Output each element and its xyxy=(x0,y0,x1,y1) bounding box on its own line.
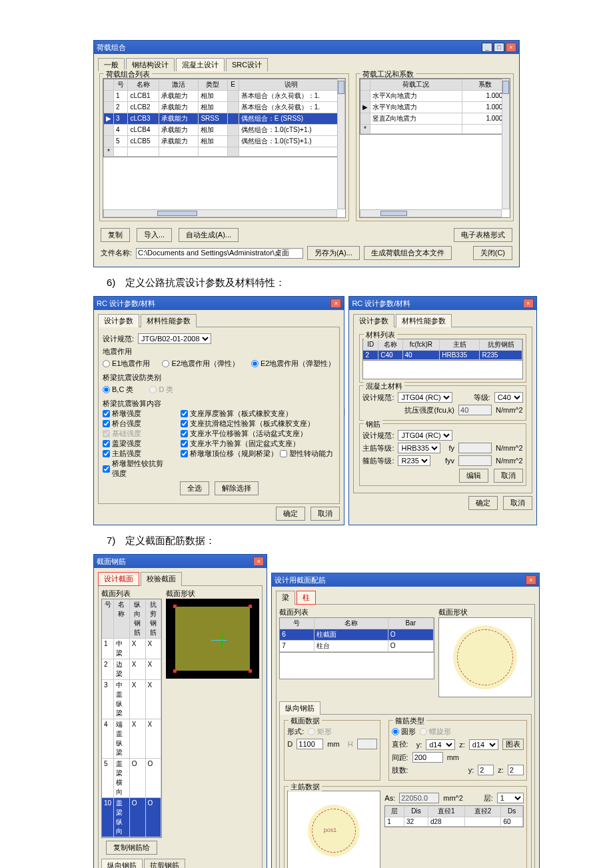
spreadsheet-button[interactable]: 电子表格形式 xyxy=(454,228,512,242)
tab-src[interactable]: SRC设计 xyxy=(226,58,268,71)
import-button[interactable]: 导入... xyxy=(137,228,172,242)
conc-code-select[interactable]: JTG04 (RC) xyxy=(398,392,452,403)
close-icon[interactable]: × xyxy=(506,43,516,52)
factor-row-new[interactable]: * xyxy=(360,125,509,134)
factor-grid[interactable]: 荷载工况 系数 水平X向地震力1.0000 ▶水平Y向地震力1.0000 竖直Z… xyxy=(360,79,510,135)
select-all-button[interactable]: 全选 xyxy=(180,481,209,495)
col-section-row[interactable]: 6柱截面O xyxy=(280,629,433,641)
d-input[interactable] xyxy=(297,739,323,749)
mainbar-select[interactable]: HRB335 xyxy=(398,443,440,453)
tab-check-section[interactable]: 校验截面 xyxy=(141,572,182,586)
comb-row[interactable]: 1cLCB1承载能力相加基本组合（永久荷载）：1. xyxy=(104,91,344,102)
tab-material-param[interactable]: 材料性能参数 xyxy=(396,314,452,327)
chk-mainbar[interactable]: 主筋强度 xyxy=(103,449,141,459)
section-row[interactable]: 5盖梁横向OO xyxy=(102,759,161,798)
col-case: 荷载工况 xyxy=(370,79,462,91)
y-dia-select[interactable]: d14 xyxy=(426,739,455,750)
tab-material-param[interactable]: 材料性能参数 xyxy=(141,314,197,327)
vertical-scrollbar[interactable] xyxy=(502,79,510,209)
section-row[interactable]: 4端盖纵梁XX xyxy=(102,719,161,759)
tab-design-section[interactable]: 设计截面 xyxy=(98,572,139,586)
chk-bear-hdisp[interactable]: 支座水平位移验算（活动盆式支座） xyxy=(181,429,307,439)
factor-row[interactable]: 竖直Z向地震力1.0000 xyxy=(360,113,509,125)
minimize-icon[interactable]: _ xyxy=(482,43,492,52)
section-row[interactable]: 2边梁XX xyxy=(102,659,161,680)
close-icon[interactable]: × xyxy=(526,575,536,585)
copy-rebar-button[interactable]: 复制钢筋给 xyxy=(106,841,157,855)
edit-button[interactable]: 编辑 xyxy=(459,469,488,483)
chart-button[interactable]: 图表 xyxy=(502,739,524,750)
factor-row[interactable]: 水平X向地震力1.0000 xyxy=(360,91,509,102)
col-section-list[interactable]: 号名称Bar 6柱截面O 7柱台O xyxy=(279,617,434,653)
saveas-button[interactable]: 另存为(A)... xyxy=(307,246,360,260)
mainbar-grid[interactable]: 层 Dis 直径1 直径2 Ds 1 32 xyxy=(384,805,523,827)
tab-concrete[interactable]: 混凝土设计 xyxy=(176,58,225,71)
comb-row[interactable]: 5cLCB5承载能力相加偶然组合：1.0(cTS)+1.) xyxy=(104,136,344,147)
chk-pier-strength[interactable]: 桥墩强度 xyxy=(103,409,141,419)
horizontal-scrollbar[interactable] xyxy=(103,209,337,217)
close-icon[interactable]: × xyxy=(330,299,341,308)
conc-grade-select[interactable]: C40 xyxy=(494,392,523,403)
opt-e1[interactable]: E1地震作用 xyxy=(103,359,150,369)
comb-row[interactable]: ▶3cLCB3承载能力SRSS偶然组合：E (SRSS) xyxy=(104,113,344,125)
section-row[interactable]: 1中梁XX xyxy=(102,639,161,659)
chk-bear-thick[interactable]: 支座厚度验算（板式橡胶支座） xyxy=(181,409,293,419)
shape-circ[interactable]: 圆形 xyxy=(392,727,416,737)
close-icon[interactable]: × xyxy=(253,557,264,566)
chk-bear-slide[interactable]: 支座抗滑稳定性验算（板式橡胶支座） xyxy=(181,419,314,429)
z-dia-select[interactable]: d14 xyxy=(469,739,498,750)
filename-input[interactable] xyxy=(136,248,303,259)
design-code-select[interactable]: JTG/B02-01-2008 xyxy=(138,333,211,344)
col-section-row[interactable]: 7柱台O xyxy=(280,641,433,652)
chk-capbeam[interactable]: 盖梁强度 xyxy=(103,439,141,449)
dist-input[interactable] xyxy=(412,752,443,763)
z-count-input[interactable] xyxy=(508,765,524,775)
material-row[interactable]: 2 C40 40 HRB335 R235 xyxy=(363,351,522,360)
caption-6: 6) 定义公路抗震设计参数及材料特性： xyxy=(107,277,520,289)
tab-beam[interactable]: 梁 xyxy=(276,591,295,605)
cancel-button[interactable]: 取消 xyxy=(310,507,340,521)
chk-abutment-strength[interactable]: 桥台强度 xyxy=(103,419,141,429)
comb-row[interactable]: 4cLCB4承载能力相加偶然组合：1.0(cTS)+1.) xyxy=(104,125,344,136)
cancel-button[interactable]: 取消 xyxy=(503,496,532,510)
factor-row[interactable]: ▶水平Y向地震力1.0000 xyxy=(360,102,509,113)
comb-row-new[interactable]: * xyxy=(104,147,344,157)
horizontal-scrollbar[interactable] xyxy=(360,209,502,217)
deselect-button[interactable]: 解除选择 xyxy=(215,481,259,495)
mainbar-row[interactable]: 1 32 d28 60 xyxy=(385,817,522,827)
comb-grid[interactable]: 号 名称 激活 类型 E 说明 1cLCB1承载能力相加基本组合（永久荷载）：1… xyxy=(103,79,345,157)
stirrup-select[interactable]: R235 xyxy=(398,455,430,466)
cancel-inner-button[interactable]: 取消 xyxy=(494,469,523,483)
chk-plastic-shear[interactable]: 桥墩塑性铰抗剪强度 xyxy=(103,459,169,479)
opt-e2-elastoplastic[interactable]: E2地震作用（弹塑性） xyxy=(251,359,335,369)
tab-longitudinal[interactable]: 纵向钢筋 xyxy=(101,859,143,868)
section-row[interactable]: 3中盖纵梁XX xyxy=(102,680,161,719)
genfile-button[interactable]: 生成荷载组合文本文件 xyxy=(364,246,452,260)
close-icon[interactable]: × xyxy=(523,299,534,308)
section-row[interactable]: 10盖梁纵向OO xyxy=(102,798,161,837)
vertical-scrollbar[interactable] xyxy=(337,79,345,209)
ok-button[interactable]: 确定 xyxy=(276,507,305,521)
tab-longitudinal[interactable]: 纵向钢筋 xyxy=(279,701,320,715)
comb-row[interactable]: 2cLCB2承载能力相加基本组合（永久荷载）：1. xyxy=(104,102,344,113)
ok-button[interactable]: 确定 xyxy=(468,496,498,510)
section-list[interactable]: 号名称纵向钢筋抗剪钢筋 1中梁XX 2边梁XX 3中盖纵梁XX 4端盖纵梁XX … xyxy=(101,599,162,838)
tab-design-param[interactable]: 设计参数 xyxy=(353,314,394,327)
tab-design-param[interactable]: 设计参数 xyxy=(98,314,139,327)
y-count-input[interactable] xyxy=(478,765,494,775)
chk-bear-hforce[interactable]: 支座水平力验算（固定盆式支座） xyxy=(181,439,300,449)
rebar-code-select[interactable]: JTG04 (RC) xyxy=(398,430,452,441)
copy-button[interactable]: 复制 xyxy=(101,228,130,242)
tab-shear[interactable]: 抗剪钢筋 xyxy=(144,859,185,868)
chk-pier-top-disp[interactable]: 桥墩墩顶位移（规则桥梁） xyxy=(181,449,278,459)
tab-column[interactable]: 柱 xyxy=(297,591,316,605)
opt-fort-bc[interactable]: B,C 类 xyxy=(103,385,133,395)
opt-e2-elastic[interactable]: E2地震作用（弹性） xyxy=(162,359,239,369)
chk-plastic-rotation[interactable]: 塑性转动能力 xyxy=(280,449,333,459)
material-list[interactable]: ID 名称 fc(fck)R 主筋 抗剪钢筋 2 C40 40 HRB335 R… xyxy=(362,339,522,361)
maximize-icon[interactable]: □ xyxy=(494,43,504,52)
section-list-legend: 截面列表 xyxy=(279,607,434,617)
autogen-button[interactable]: 自动生成(A)... xyxy=(179,228,239,242)
layer-select[interactable]: 1 xyxy=(497,793,524,803)
close-button[interactable]: 关闭(C) xyxy=(473,246,512,260)
